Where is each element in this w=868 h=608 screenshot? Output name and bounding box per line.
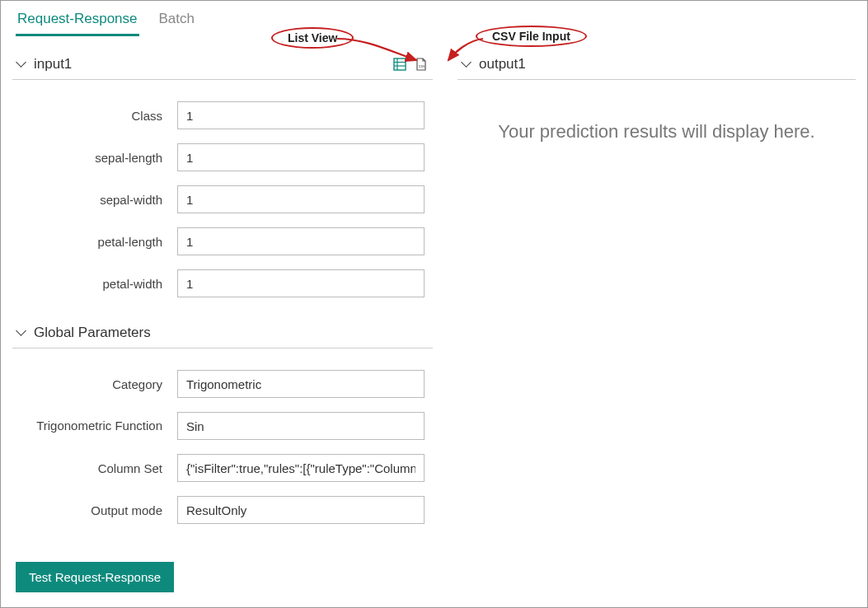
mode-tabs: Request-Response Batch — [1, 1, 867, 36]
field-row-petal-width: petal-width — [12, 269, 433, 297]
label-class: Class — [12, 109, 177, 123]
csv-file-icon[interactable]: csv — [415, 58, 428, 71]
label-sepal-width: sepal-width — [12, 193, 177, 207]
tab-request-response[interactable]: Request-Response — [16, 7, 139, 36]
input-petal-length[interactable] — [177, 227, 425, 255]
callout-list-view: List View — [271, 27, 354, 49]
field-row-category: Category — [12, 370, 433, 398]
label-output-mode: Output mode — [12, 503, 177, 517]
list-view-icon[interactable] — [393, 58, 406, 71]
chevron-down-icon — [16, 328, 26, 338]
input-trig-func[interactable] — [177, 412, 425, 440]
field-row-petal-length: petal-length — [12, 227, 433, 255]
input-class[interactable] — [177, 101, 425, 129]
test-request-response-button[interactable]: Test Request-Response — [16, 562, 174, 592]
label-column-set: Column Set — [12, 461, 177, 475]
input-sepal-width[interactable] — [177, 185, 425, 213]
field-row-column-set: Column Set — [12, 454, 433, 482]
input-petal-width[interactable] — [177, 269, 425, 297]
input-output-mode[interactable] — [177, 496, 425, 524]
chevron-down-icon — [16, 59, 26, 69]
callout-csv-file-input: CSV File Input — [476, 26, 587, 47]
label-sepal-length: sepal-length — [12, 151, 177, 165]
section-global-params-header[interactable]: Global Parameters — [12, 321, 433, 348]
svg-rect-0 — [394, 58, 406, 70]
section-output1-title: output1 — [479, 56, 526, 72]
global-params-fields: Category Trigonometric Function Column S… — [12, 348, 433, 543]
input1-fields: Class sepal-length sepal-width petal-len… — [12, 80, 433, 316]
section-input1-header[interactable]: input1 csv — [12, 53, 433, 80]
label-category: Category — [12, 377, 177, 391]
section-global-params-title: Global Parameters — [34, 325, 151, 341]
field-row-class: Class — [12, 101, 433, 129]
label-trig-func: Trigonometric Function — [12, 419, 177, 434]
svg-text:csv: csv — [419, 63, 425, 68]
output-placeholder-text: Your prediction results will display her… — [457, 80, 856, 143]
section-input1-title: input1 — [34, 56, 72, 72]
input-column-set[interactable] — [177, 454, 425, 482]
field-row-sepal-width: sepal-width — [12, 185, 433, 213]
label-petal-length: petal-length — [12, 235, 177, 249]
tab-batch[interactable]: Batch — [157, 7, 196, 36]
input-category[interactable] — [177, 370, 425, 398]
label-petal-width: petal-width — [12, 277, 177, 291]
section-output1-header[interactable]: output1 — [457, 53, 856, 80]
field-row-sepal-length: sepal-length — [12, 143, 433, 171]
field-row-output-mode: Output mode — [12, 496, 433, 524]
input-sepal-length[interactable] — [177, 143, 425, 171]
chevron-down-icon — [461, 59, 471, 69]
field-row-trig-func: Trigonometric Function — [12, 412, 433, 440]
